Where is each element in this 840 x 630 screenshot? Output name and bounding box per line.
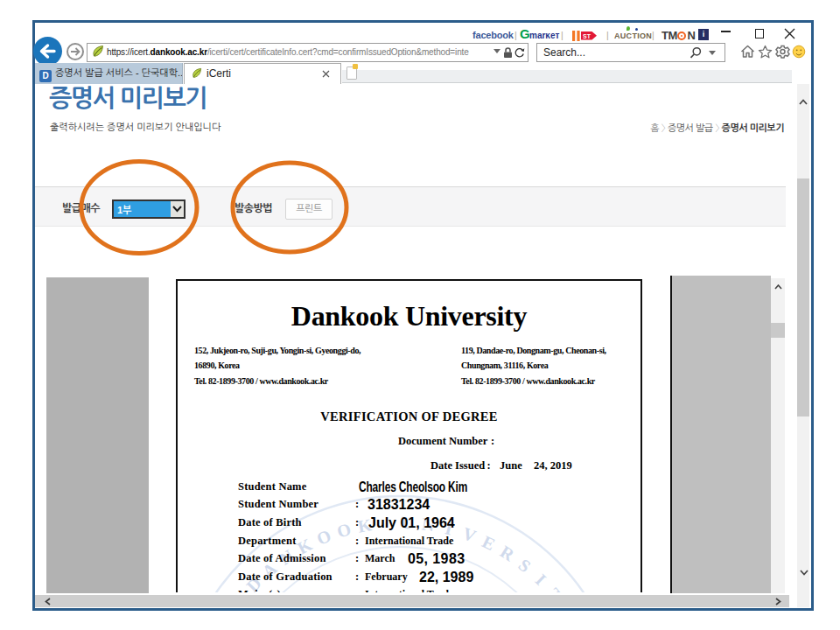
- svg-text:I: I: [532, 570, 550, 588]
- svg-text:O: O: [314, 526, 334, 549]
- svg-text:S: S: [515, 555, 535, 576]
- svg-text:T: T: [544, 584, 567, 592]
- svg-text:O: O: [335, 519, 354, 541]
- svg-text:V: V: [460, 523, 480, 546]
- svg-text:ST: ST: [583, 33, 592, 39]
- svg-text:E: E: [480, 532, 499, 555]
- svg-text:R: R: [497, 542, 518, 565]
